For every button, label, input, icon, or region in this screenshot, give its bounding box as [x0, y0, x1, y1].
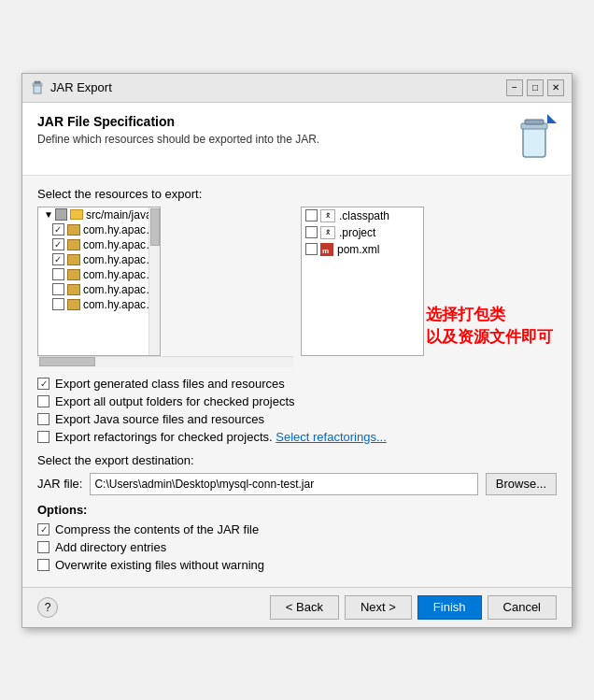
maximize-button[interactable]: □	[527, 79, 544, 96]
tree-item-pkg2[interactable]: com.hy.apache.comn...	[38, 237, 160, 252]
right-panel[interactable]: x̄ .classpath x̄ .project m	[301, 207, 424, 356]
jar-title-icon	[30, 80, 45, 95]
svg-text:m: m	[322, 247, 329, 255]
annotation-text: 选择打包类以及资源文件即可	[426, 304, 553, 349]
svg-rect-1	[33, 83, 42, 86]
checkbox-export-class[interactable]	[37, 378, 50, 390]
opt-label-overwrite: Overwrite existing files without warning	[55, 558, 264, 572]
right-label-project: .project	[339, 226, 375, 239]
right-label-classpath: .classpath	[339, 209, 389, 222]
checkbox-compress[interactable]	[37, 523, 50, 536]
resources-section-label: Select the resources to export:	[37, 187, 557, 201]
jar-file-label: JAR file:	[37, 477, 82, 491]
header-text: JAR File Specification Define which reso…	[37, 114, 319, 146]
tree-label-pkg6: com.hy.apache.comn...	[83, 298, 158, 311]
jar-file-input[interactable]	[90, 473, 477, 495]
minimize-button[interactable]: −	[506, 79, 523, 96]
close-button[interactable]: ✕	[547, 79, 564, 96]
resources-tree-panel[interactable]: ▼ src/main/java com.hy.apache.comn...	[37, 207, 161, 356]
page-title: JAR File Specification	[37, 114, 319, 129]
help-button[interactable]: ?	[37, 597, 58, 618]
tree-item-pkg1[interactable]: com.hy.apache.comn...	[38, 222, 160, 237]
tree-hscrollbar[interactable]	[37, 356, 293, 367]
tree-label-pkg5: com.hy.apache.comn...	[83, 283, 158, 296]
destination-section: Select the export destination: JAR file:…	[37, 453, 557, 495]
next-button[interactable]: Next >	[345, 595, 412, 620]
checkbox-classpath[interactable]	[305, 209, 318, 221]
footer-buttons: < Back Next > Finish Cancel	[270, 595, 557, 620]
svg-rect-3	[523, 127, 545, 157]
option-row-2: Export all output folders for checked pr…	[37, 394, 557, 408]
svg-marker-6	[547, 114, 557, 123]
checkbox-overwrite[interactable]	[37, 559, 50, 571]
pkg-icon3	[67, 254, 80, 265]
tree-item-pkg4[interactable]: com.hy.apache.comn...	[38, 267, 160, 282]
right-item-classpath[interactable]: x̄ .classpath	[302, 207, 423, 224]
opt-row-directory: Add directory entries	[37, 540, 557, 554]
tree-label-pkg2: com.hy.apache.comn...	[83, 238, 158, 251]
checkbox-project[interactable]	[305, 226, 318, 238]
jar-icon-large	[512, 114, 557, 165]
checkbox-directory[interactable]	[37, 541, 50, 553]
page-description: Define which resources should be exporte…	[37, 133, 319, 146]
jar-export-dialog: JAR Export − □ ✕ JAR File Specification …	[21, 73, 573, 628]
option-row-3: Export Java source files and resources	[37, 412, 557, 426]
tree-hscrollbar-thumb[interactable]	[39, 357, 95, 366]
checkbox-pkg4[interactable]	[52, 268, 64, 280]
right-item-pom[interactable]: m pom.xml	[302, 241, 423, 258]
select-refactorings-link[interactable]: Select refactorings...	[276, 430, 387, 444]
pkg-icon4	[67, 269, 80, 280]
checkbox-pkg3[interactable]	[52, 253, 64, 265]
tree-scrollbar[interactable]	[148, 207, 160, 355]
option-label-1: Export generated class files and resourc…	[55, 377, 285, 391]
folder-icon-src	[70, 209, 83, 220]
content-area: Select the resources to export: ▼ src/ma…	[22, 176, 572, 587]
opt-label-compress: Compress the contents of the JAR file	[55, 522, 259, 536]
footer: ? < Back Next > Finish Cancel	[22, 587, 572, 627]
xml-icon-classpath: x̄	[320, 209, 335, 222]
pkg-icon1	[67, 224, 80, 236]
checkbox-export-output[interactable]	[37, 395, 50, 407]
tree-label-src: src/main/java	[86, 208, 152, 221]
options-section-label: Options:	[37, 503, 557, 517]
right-label-pom: pom.xml	[337, 243, 379, 256]
checkbox-pkg1[interactable]	[52, 223, 64, 236]
destination-row: JAR file: Browse...	[37, 473, 557, 495]
svg-rect-5	[525, 120, 544, 124]
checkbox-src[interactable]	[55, 208, 67, 221]
destination-label: Select the export destination:	[37, 453, 557, 467]
footer-left: ?	[37, 597, 58, 618]
title-bar: JAR Export − □ ✕	[22, 74, 572, 103]
tree-panel-row: ▼ src/main/java com.hy.apache.comn...	[37, 207, 557, 367]
checkbox-pkg6[interactable]	[52, 298, 64, 310]
back-button[interactable]: < Back	[270, 595, 339, 620]
svg-rect-2	[35, 81, 40, 83]
tree-item-pkg5[interactable]: com.hy.apache.comn...	[38, 282, 160, 297]
svg-rect-0	[34, 85, 41, 93]
title-bar-left: JAR Export	[30, 80, 112, 95]
opt-label-directory: Add directory entries	[55, 540, 166, 554]
checkbox-export-source[interactable]	[37, 413, 50, 425]
tree-scrollbar-thumb[interactable]	[150, 208, 160, 246]
tree-label-pkg1: com.hy.apache.comn...	[83, 223, 158, 236]
header-section: JAR File Specification Define which reso…	[22, 103, 572, 176]
browse-button[interactable]: Browse...	[486, 473, 557, 495]
finish-button[interactable]: Finish	[417, 595, 482, 620]
tree-item-pkg6[interactable]: com.hy.apache.comn...	[38, 297, 160, 312]
checkbox-pkg5[interactable]	[52, 283, 64, 295]
tree-item-src[interactable]: ▼ src/main/java	[38, 207, 160, 222]
tree-item-pkg3[interactable]: com.hy.apache.comn...	[38, 252, 160, 267]
right-item-project[interactable]: x̄ .project	[302, 224, 423, 241]
opt-row-overwrite: Overwrite existing files without warning	[37, 558, 557, 572]
options-section: Options: Compress the contents of the JA…	[37, 503, 557, 572]
pkg-icon6	[67, 299, 80, 310]
checkbox-export-refactor[interactable]	[37, 431, 50, 443]
checkbox-pkg2[interactable]	[52, 238, 64, 250]
arrow-src: ▼	[44, 209, 53, 220]
xml-icon-project: x̄	[320, 226, 335, 239]
opt-row-compress: Compress the contents of the JAR file	[37, 522, 557, 536]
jar-icon-svg	[512, 114, 557, 163]
checkbox-pom[interactable]	[305, 243, 318, 255]
cancel-button[interactable]: Cancel	[488, 595, 557, 620]
title-bar-controls: − □ ✕	[506, 79, 564, 96]
